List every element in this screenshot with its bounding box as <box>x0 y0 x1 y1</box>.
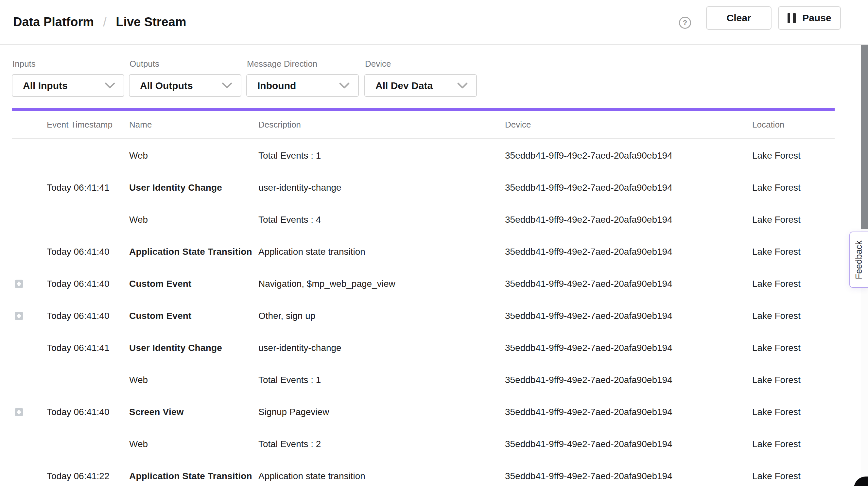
filter-inputs-select[interactable]: All Inputs <box>12 74 124 97</box>
cell-description: user-identity-change <box>258 182 341 193</box>
filter-message-direction-value: Inbound <box>257 80 339 91</box>
table-row: Today 06:41:40 Application State Transit… <box>0 236 868 268</box>
column-header-event-timestamp: Event Timestamp <box>47 119 113 129</box>
filter-message-direction-label: Message Direction <box>247 59 359 69</box>
cell-event-timestamp: Today 06:41:41 <box>47 343 110 353</box>
cell-event-name: User Identity Change <box>129 343 222 353</box>
cell-event-timestamp: Today 06:41:40 <box>47 311 110 321</box>
cell-device-id: 35eddb41-9ff9-49e2-7aed-20afa90eb194 <box>505 247 673 257</box>
filter-message-direction-select[interactable]: Inbound <box>246 74 359 97</box>
cell-description: user-identity-change <box>258 343 341 353</box>
clear-button[interactable]: Clear <box>706 6 772 30</box>
filter-outputs-value: All Outputs <box>140 80 222 91</box>
column-header-name: Name <box>129 119 152 129</box>
pause-button-label: Pause <box>802 12 831 24</box>
feedback-tab-label: Feedback <box>854 240 864 279</box>
cell-description: Signup Pageview <box>258 407 329 417</box>
expand-row-button[interactable] <box>15 312 23 320</box>
cell-event-name: Web <box>129 150 148 161</box>
cell-location: Lake Forest <box>752 471 801 481</box>
table-row: Today 06:41:40 Custom Event Navigation, … <box>0 268 868 300</box>
cell-device-id: 35eddb41-9ff9-49e2-7aed-20afa90eb194 <box>505 150 673 161</box>
table-row: Today 06:41:40 Screen View Signup Pagevi… <box>0 396 868 428</box>
cell-event-timestamp: Today 06:41:41 <box>47 182 110 193</box>
cell-description: Total Events : 4 <box>258 215 321 225</box>
cell-location: Lake Forest <box>752 311 801 321</box>
table-row: Web Total Events : 1 35eddb41-9ff9-49e2-… <box>0 364 868 396</box>
breadcrumb-item-live-stream: Live Stream <box>116 15 186 29</box>
table-row: Web Total Events : 2 35eddb41-9ff9-49e2-… <box>0 428 868 460</box>
cell-description: Total Events : 2 <box>258 439 321 449</box>
filter-outputs-select[interactable]: All Outputs <box>129 74 241 97</box>
cell-event-timestamp: Today 06:41:40 <box>47 407 110 417</box>
chevron-down-icon <box>105 83 115 89</box>
question-mark-icon: ? <box>683 19 687 27</box>
table-body: Web Total Events : 1 35eddb41-9ff9-49e2-… <box>0 140 868 486</box>
column-header-device: Device <box>505 119 531 129</box>
cell-device-id: 35eddb41-9ff9-49e2-7aed-20afa90eb194 <box>505 375 673 385</box>
breadcrumb-separator: / <box>103 15 106 29</box>
column-header-location: Location <box>752 119 784 129</box>
cell-location: Lake Forest <box>752 215 801 225</box>
breadcrumb: Data Platform / Live Stream <box>13 0 186 44</box>
table-row: Web Total Events : 4 35eddb41-9ff9-49e2-… <box>0 204 868 236</box>
cell-event-name: User Identity Change <box>129 182 222 193</box>
cell-location: Lake Forest <box>752 247 801 257</box>
filter-message-direction: Message Direction Inbound <box>246 59 359 97</box>
cell-location: Lake Forest <box>752 407 801 417</box>
cell-location: Lake Forest <box>752 439 801 449</box>
cell-location: Lake Forest <box>752 182 801 193</box>
cell-event-name: Screen View <box>129 407 184 417</box>
help-button[interactable]: ? <box>679 17 691 29</box>
cell-event-name: Application State Transition <box>129 247 252 257</box>
pause-button[interactable]: Pause <box>778 6 841 30</box>
cell-device-id: 35eddb41-9ff9-49e2-7aed-20afa90eb194 <box>505 439 673 449</box>
page-header: Data Platform / Live Stream ? Clear Paus… <box>0 0 868 45</box>
column-header-description: Description <box>258 119 301 129</box>
cell-location: Lake Forest <box>752 150 801 161</box>
filter-inputs-label: Inputs <box>12 59 124 69</box>
filter-device-value: All Dev Data <box>375 80 457 91</box>
scrollbar-thumb[interactable] <box>861 45 868 229</box>
filter-device-select[interactable]: All Dev Data <box>364 74 477 97</box>
clear-button-label: Clear <box>726 12 751 24</box>
table-row: Today 06:41:41 User Identity Change user… <box>0 172 868 204</box>
cell-description: Application state transition <box>258 471 365 481</box>
cell-event-name: Custom Event <box>129 279 192 289</box>
chevron-down-icon <box>222 83 232 89</box>
feedback-tab[interactable]: Feedback <box>849 232 868 288</box>
cell-location: Lake Forest <box>752 343 801 353</box>
cell-description: Total Events : 1 <box>258 150 321 161</box>
table-row: Today 06:41:41 User Identity Change user… <box>0 332 868 364</box>
cell-device-id: 35eddb41-9ff9-49e2-7aed-20afa90eb194 <box>505 215 673 225</box>
cell-event-name: Custom Event <box>129 311 192 321</box>
cell-description: Application state transition <box>258 247 365 257</box>
cell-description: Other, sign up <box>258 311 315 321</box>
table-row: Web Total Events : 1 35eddb41-9ff9-49e2-… <box>0 140 868 172</box>
cell-event-name: Web <box>129 375 148 385</box>
chevron-down-icon <box>457 83 468 89</box>
filter-device-label: Device <box>365 59 477 69</box>
cell-event-timestamp: Today 06:41:22 <box>47 471 110 481</box>
cell-event-name: Application State Transition <box>129 471 252 481</box>
cell-description: Navigation, $mp_web_page_view <box>258 279 395 289</box>
expand-row-button[interactable] <box>15 408 23 416</box>
cell-device-id: 35eddb41-9ff9-49e2-7aed-20afa90eb194 <box>505 279 673 289</box>
stream-progress-bar <box>12 108 835 111</box>
filter-device: Device All Dev Data <box>364 59 477 97</box>
breadcrumb-item-data-platform[interactable]: Data Platform <box>13 15 94 29</box>
cell-event-timestamp: Today 06:41:40 <box>47 279 110 289</box>
table-header-row: Event Timestamp Name Description Device … <box>12 111 835 139</box>
table-row: Today 06:41:40 Custom Event Other, sign … <box>0 300 868 332</box>
cell-location: Lake Forest <box>752 375 801 385</box>
cell-event-name: Web <box>129 439 148 449</box>
filter-inputs-value: All Inputs <box>23 80 105 91</box>
cell-event-timestamp: Today 06:41:40 <box>47 247 110 257</box>
chevron-down-icon <box>339 83 350 89</box>
cell-device-id: 35eddb41-9ff9-49e2-7aed-20afa90eb194 <box>505 471 673 481</box>
cell-location: Lake Forest <box>752 279 801 289</box>
filter-outputs: Outputs All Outputs <box>129 59 241 97</box>
cell-description: Total Events : 1 <box>258 375 321 385</box>
expand-row-button[interactable] <box>15 280 23 288</box>
pause-icon <box>787 13 796 23</box>
